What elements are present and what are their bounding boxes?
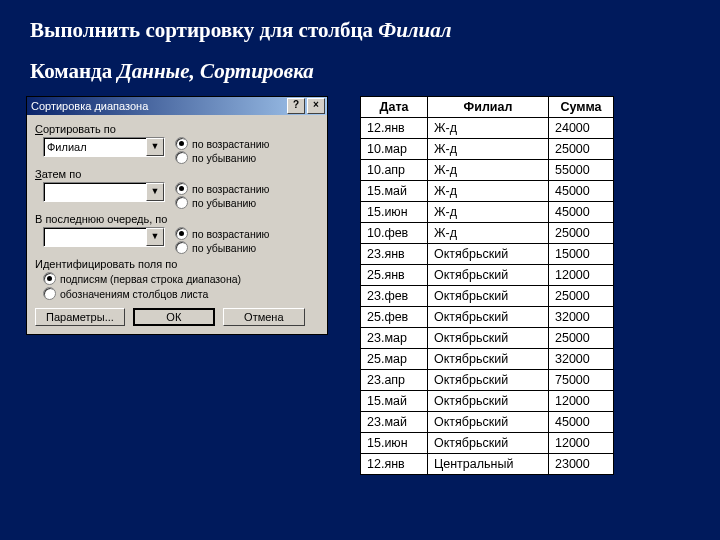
close-button[interactable]: × [307, 98, 325, 114]
table-cell: 23.мар [361, 328, 428, 349]
table-row: 25.янвОктябрьский12000 [361, 265, 614, 286]
table-row: 15.июнОктябрьский12000 [361, 433, 614, 454]
table-cell: 23.апр [361, 370, 428, 391]
heading-2: Команда Данные, Сортировка [30, 59, 720, 84]
table-cell: 25000 [549, 223, 614, 244]
table-cell: Ж-д [428, 160, 549, 181]
cancel-button[interactable]: Отмена [223, 308, 305, 326]
dialog-titlebar[interactable]: Сортировка диапазона ? × [27, 97, 327, 115]
identify-columns-radio[interactable]: обозначениям столбцов листа [43, 287, 319, 300]
table-cell: Ж-д [428, 202, 549, 223]
table-row: 10.марЖ-д25000 [361, 139, 614, 160]
table-row: 23.февОктябрьский25000 [361, 286, 614, 307]
col-branch: Филиал [428, 97, 549, 118]
options-button[interactable]: Параметры... [35, 308, 125, 326]
sort3-desc-radio[interactable]: по убыванию [175, 241, 269, 254]
table-cell: 15.май [361, 181, 428, 202]
table-cell: 45000 [549, 412, 614, 433]
table-cell: 10.фев [361, 223, 428, 244]
table-cell: Ж-д [428, 223, 549, 244]
col-date: Дата [361, 97, 428, 118]
table-cell: Октябрьский [428, 349, 549, 370]
sort-dialog: Сортировка диапазона ? × Сортировать по … [26, 96, 328, 335]
table-cell: Ж-д [428, 139, 549, 160]
identify-label: Идентифицировать поля по [35, 258, 319, 270]
table-cell: Октябрьский [428, 328, 549, 349]
table-cell: 23.янв [361, 244, 428, 265]
table-cell: 23.фев [361, 286, 428, 307]
table-row: 15.майОктябрьский12000 [361, 391, 614, 412]
table-cell: Октябрьский [428, 433, 549, 454]
table-cell: 12000 [549, 433, 614, 454]
table-row: 23.янвОктябрьский15000 [361, 244, 614, 265]
identify-headers-radio[interactable]: подписям (первая строка диапазона) [43, 272, 319, 285]
table-cell: 32000 [549, 349, 614, 370]
sort-by-label: Сортировать по [35, 123, 319, 135]
table-row: 23.марОктябрьский25000 [361, 328, 614, 349]
ok-button[interactable]: ОК [133, 308, 215, 326]
table-cell: Октябрьский [428, 244, 549, 265]
table-cell: 15.май [361, 391, 428, 412]
table-cell: Октябрьский [428, 391, 549, 412]
table-cell: 10.апр [361, 160, 428, 181]
table-cell: Октябрьский [428, 370, 549, 391]
table-cell: 25.фев [361, 307, 428, 328]
table-header-row: Дата Филиал Сумма [361, 97, 614, 118]
table-row: 25.марОктябрьский32000 [361, 349, 614, 370]
table-cell: Октябрьский [428, 412, 549, 433]
col-sum: Сумма [549, 97, 614, 118]
sort1-desc-radio[interactable]: по убыванию [175, 151, 269, 164]
dialog-title: Сортировка диапазона [31, 100, 285, 112]
table-cell: 12000 [549, 391, 614, 412]
table-cell: Ж-д [428, 118, 549, 139]
chevron-down-icon[interactable]: ▼ [146, 228, 164, 246]
table-cell: 25000 [549, 139, 614, 160]
table-row: 12.янвЖ-д24000 [361, 118, 614, 139]
chevron-down-icon[interactable]: ▼ [146, 138, 164, 156]
table-cell: 15.июн [361, 202, 428, 223]
table-row: 23.апрОктябрьский75000 [361, 370, 614, 391]
sort1-asc-radio[interactable]: по возрастанию [175, 137, 269, 150]
table-cell: 23.май [361, 412, 428, 433]
table-cell: 32000 [549, 307, 614, 328]
heading-1: Выполнить сортировку для столбца Филиал [30, 18, 720, 43]
result-table: Дата Филиал Сумма 12.янвЖ-д2400010.марЖ-… [360, 96, 614, 475]
table-row: 10.апрЖ-д55000 [361, 160, 614, 181]
table-cell: 25000 [549, 286, 614, 307]
sort2-desc-radio[interactable]: по убыванию [175, 196, 269, 209]
sort-by-combo[interactable]: Филиал ▼ [43, 137, 165, 157]
last-by-label: В последнюю очередь, по [35, 213, 319, 225]
last-by-combo[interactable]: ▼ [43, 227, 165, 247]
table-cell: 24000 [549, 118, 614, 139]
table-cell: 15.июн [361, 433, 428, 454]
table-cell: 55000 [549, 160, 614, 181]
table-cell: Центральный [428, 454, 549, 475]
table-cell: 75000 [549, 370, 614, 391]
table-cell: 15000 [549, 244, 614, 265]
chevron-down-icon[interactable]: ▼ [146, 183, 164, 201]
table-cell: 25000 [549, 328, 614, 349]
table-row: 15.майЖ-д45000 [361, 181, 614, 202]
then-by-label: Затем по [35, 168, 319, 180]
table-row: 23.майОктябрьский45000 [361, 412, 614, 433]
then-by-combo[interactable]: ▼ [43, 182, 165, 202]
table-cell: 25.янв [361, 265, 428, 286]
table-row: 15.июнЖ-д45000 [361, 202, 614, 223]
table-cell: Октябрьский [428, 265, 549, 286]
help-button[interactable]: ? [287, 98, 305, 114]
table-cell: Октябрьский [428, 286, 549, 307]
sort2-asc-radio[interactable]: по возрастанию [175, 182, 269, 195]
table-row: 25.февОктябрьский32000 [361, 307, 614, 328]
table-cell: 12.янв [361, 454, 428, 475]
table-cell: 45000 [549, 202, 614, 223]
table-cell: 10.мар [361, 139, 428, 160]
table-cell: 45000 [549, 181, 614, 202]
table-cell: 12.янв [361, 118, 428, 139]
table-row: 10.февЖ-д25000 [361, 223, 614, 244]
table-cell: Октябрьский [428, 307, 549, 328]
sort3-asc-radio[interactable]: по возрастанию [175, 227, 269, 240]
table-cell: 23000 [549, 454, 614, 475]
table-cell: 25.мар [361, 349, 428, 370]
table-cell: 12000 [549, 265, 614, 286]
table-cell: Ж-д [428, 181, 549, 202]
